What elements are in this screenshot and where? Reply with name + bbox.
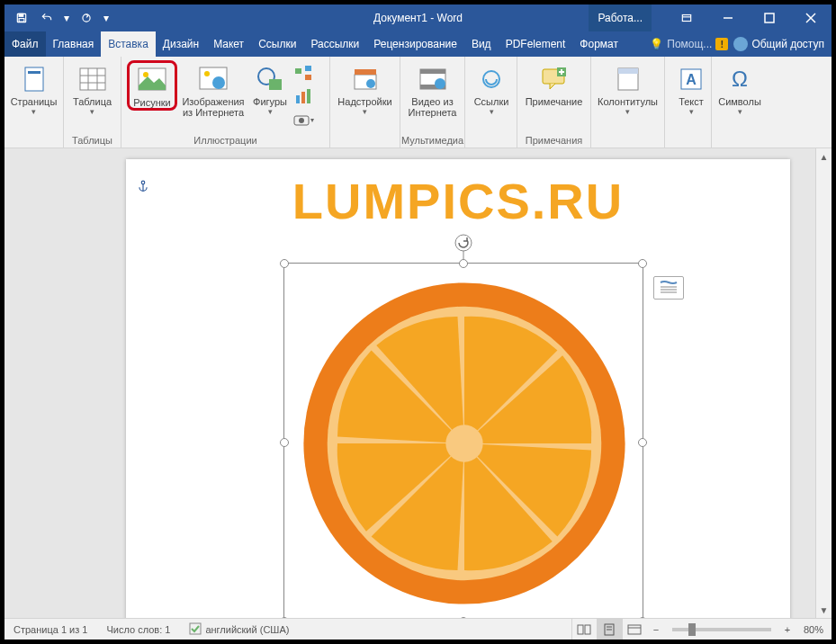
chevron-down-icon: ▾: [90, 107, 94, 116]
share-button[interactable]: Общий доступ: [733, 37, 824, 51]
status-page[interactable]: Страница 1 из 1: [4, 619, 97, 640]
picture-icon: [137, 65, 167, 95]
undo-dropdown[interactable]: ▾: [60, 6, 73, 30]
svg-point-17: [143, 72, 148, 77]
chevron-down-icon: ▾: [490, 107, 494, 116]
svg-rect-23: [295, 68, 301, 74]
close-button[interactable]: [790, 4, 832, 31]
text-button[interactable]: A Текст ▾: [670, 60, 712, 116]
resize-handle[interactable]: [280, 259, 289, 268]
headers-button[interactable]: Колонтитулы ▾: [597, 60, 659, 116]
svg-rect-57: [190, 623, 201, 634]
group-comments: Примечания: [517, 135, 590, 148]
tab-layout[interactable]: Макет: [206, 31, 251, 57]
screenshot-button[interactable]: ▾: [292, 109, 314, 130]
svg-rect-28: [307, 89, 310, 103]
maximize-button[interactable]: [749, 4, 790, 31]
inserted-image: [295, 274, 634, 613]
pictures-button[interactable]: Рисунки: [131, 65, 173, 108]
tab-references[interactable]: Ссылки: [251, 31, 303, 57]
svg-rect-22: [269, 79, 282, 90]
title-work-hint: Работа...: [589, 4, 652, 31]
svg-rect-6: [765, 13, 774, 22]
addins-button[interactable]: Надстройки ▾: [336, 60, 394, 116]
resize-handle[interactable]: [280, 438, 289, 447]
online-pictures-label: Изображения из Интернета: [182, 96, 244, 118]
addins-label: Надстройки: [337, 96, 391, 107]
resize-handle[interactable]: [459, 259, 468, 268]
scroll-down-button[interactable]: ▼: [816, 602, 832, 618]
tab-view[interactable]: Вид: [464, 31, 499, 57]
tab-design[interactable]: Дизайн: [156, 31, 206, 57]
links-button[interactable]: Ссылки ▾: [471, 60, 512, 116]
online-video-button[interactable]: Видео из Интернета: [406, 60, 459, 118]
video-icon: [418, 64, 448, 94]
image-selection[interactable]: [283, 263, 643, 618]
svg-rect-32: [355, 69, 376, 75]
titlebar: ▾ ▾ Документ1 - Word Работа...: [4, 4, 832, 31]
table-button[interactable]: Таблица ▾: [69, 60, 115, 116]
comment-button[interactable]: Примечание: [523, 60, 585, 107]
svg-rect-59: [585, 625, 590, 634]
shapes-button[interactable]: Фигуры ▾: [249, 60, 291, 116]
smartart-button[interactable]: [292, 62, 314, 84]
zoom-level[interactable]: 80%: [796, 619, 832, 640]
tab-mailings[interactable]: Рассылки: [303, 31, 366, 57]
page-icon: [19, 64, 49, 94]
svg-rect-2: [19, 19, 24, 22]
avatar-icon: [733, 37, 748, 51]
ribbon-display-button[interactable]: [666, 4, 707, 31]
svg-rect-24: [305, 66, 311, 71]
qat-customize[interactable]: ▾: [100, 6, 112, 30]
redo-button[interactable]: [75, 6, 98, 30]
view-read-button[interactable]: [571, 619, 597, 640]
online-pictures-button[interactable]: Изображения из Интернета: [179, 60, 247, 118]
undo-button[interactable]: [35, 6, 58, 30]
screenshot-icon: [292, 112, 310, 127]
status-words[interactable]: Число слов: 1: [97, 619, 180, 640]
table-label: Таблица: [73, 96, 112, 107]
svg-rect-25: [305, 75, 311, 80]
svg-rect-10: [28, 71, 40, 74]
tab-file[interactable]: Файл: [4, 31, 46, 57]
view-web-button[interactable]: [622, 619, 647, 640]
svg-rect-1: [19, 13, 23, 16]
svg-rect-35: [420, 69, 445, 74]
tab-pdfelement[interactable]: PDFelement: [499, 31, 573, 57]
view-print-button[interactable]: [597, 619, 622, 640]
vertical-scrollbar[interactable]: ▲ ▼: [815, 148, 832, 618]
zoom-in-button[interactable]: +: [778, 624, 796, 635]
zoom-out-button[interactable]: −: [647, 624, 665, 635]
table-icon: [77, 64, 108, 94]
minimize-button[interactable]: [707, 4, 749, 31]
svg-rect-58: [578, 625, 583, 634]
tab-home[interactable]: Главная: [46, 31, 102, 57]
omega-icon: Ω: [724, 64, 755, 94]
save-button[interactable]: [10, 6, 33, 30]
tab-review[interactable]: Рецензирование: [366, 31, 464, 57]
resize-handle[interactable]: [638, 438, 647, 447]
smartart-icon: [294, 65, 312, 81]
resize-handle[interactable]: [638, 259, 647, 268]
warning-icon: !: [715, 38, 728, 50]
pages-button[interactable]: Страницы ▾: [10, 60, 58, 116]
svg-point-3: [83, 14, 90, 22]
group-media: Мультимедиа: [400, 135, 464, 148]
tab-insert[interactable]: Вставка: [101, 31, 156, 57]
chart-icon: [294, 88, 312, 104]
zoom-thumb[interactable]: [688, 623, 696, 636]
chart-button[interactable]: [292, 85, 314, 107]
svg-rect-63: [628, 625, 641, 634]
text-label: Текст: [679, 96, 704, 107]
symbols-button[interactable]: Ω Символы ▾: [717, 60, 762, 116]
layout-icon: [659, 281, 679, 295]
page[interactable]: LUMPICS.RU: [126, 159, 790, 618]
svg-text:A: A: [686, 72, 697, 87]
status-language[interactable]: английский (США): [180, 619, 299, 640]
tell-me[interactable]: 💡 Помощ... !: [650, 38, 728, 50]
scroll-up-button[interactable]: ▲: [816, 148, 832, 165]
zoom-slider[interactable]: [672, 628, 771, 631]
svg-rect-44: [618, 68, 638, 74]
layout-options-button[interactable]: [653, 276, 684, 300]
tab-format[interactable]: Формат: [572, 31, 625, 57]
